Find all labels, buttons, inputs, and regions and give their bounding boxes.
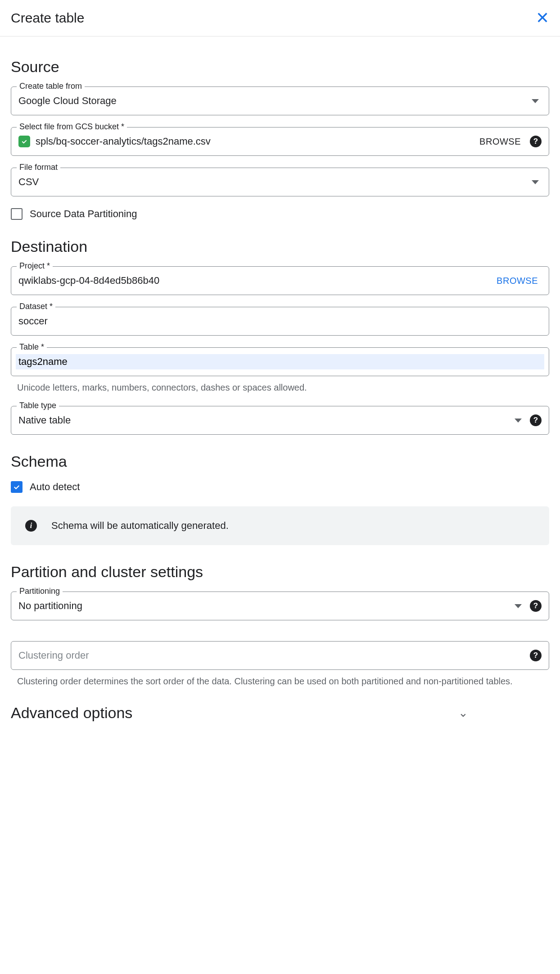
chevron-down-icon: ⌄ <box>458 706 468 720</box>
file-format-select[interactable]: File format CSV <box>11 168 549 196</box>
source-partition-checkbox[interactable] <box>11 208 23 220</box>
dataset-label: Dataset * <box>17 302 55 311</box>
partitioning-select[interactable]: Partitioning No partitioning ? <box>11 592 549 620</box>
info-icon: i <box>25 520 37 532</box>
section-title-source: Source <box>11 58 549 76</box>
schema-info-text: Schema will be automatically generated. <box>51 520 229 532</box>
auto-detect-label: Auto detect <box>30 481 80 493</box>
check-icon <box>18 136 30 147</box>
section-title-advanced: Advanced options <box>11 704 132 722</box>
clustering-order-placeholder: Clustering order <box>18 650 524 661</box>
close-icon[interactable]: ✕ <box>536 10 549 26</box>
clustering-hint: Clustering order determines the sort ord… <box>11 674 549 688</box>
project-field[interactable]: Project * qwiklabs-gcp-04-8d4ed5b86b40 B… <box>11 266 549 295</box>
help-icon[interactable]: ? <box>530 650 542 661</box>
project-label: Project * <box>17 261 53 271</box>
schema-info-banner: i Schema will be automatically generated… <box>11 506 549 545</box>
create-table-from-label: Create table from <box>17 82 85 91</box>
project-value: qwiklabs-gcp-04-8d4ed5b86b40 <box>18 275 488 287</box>
source-partition-label: Source Data Partitioning <box>30 208 137 220</box>
project-browse-button[interactable]: BROWSE <box>493 276 542 286</box>
help-icon[interactable]: ? <box>530 600 542 612</box>
table-label: Table * <box>17 342 47 352</box>
table-type-label: Table type <box>17 401 59 410</box>
section-title-partition: Partition and cluster settings <box>11 563 549 581</box>
table-hint: Unicode letters, marks, numbers, connect… <box>11 381 549 394</box>
dataset-value: soccer <box>18 315 542 327</box>
auto-detect-row: Auto detect <box>11 481 549 493</box>
table-field[interactable]: Table * <box>11 347 549 376</box>
gcs-file-field[interactable]: Select file from GCS bucket * spls/bq-so… <box>11 127 549 156</box>
chevron-down-icon <box>532 180 539 184</box>
table-input[interactable] <box>16 354 544 369</box>
dialog-content: Source Create table from Google Cloud St… <box>0 36 560 751</box>
help-icon[interactable]: ? <box>530 414 542 426</box>
gcs-file-value: spls/bq-soccer-analytics/tags2name.csv <box>36 136 470 147</box>
table-type-select[interactable]: Table type Native table ? <box>11 406 549 435</box>
chevron-down-icon <box>515 604 522 608</box>
create-table-from-select[interactable]: Create table from Google Cloud Storage <box>11 86 549 115</box>
dialog-header: Create table ✕ <box>0 0 560 36</box>
dataset-field[interactable]: Dataset * soccer <box>11 307 549 336</box>
help-icon[interactable]: ? <box>530 136 542 147</box>
dialog-title: Create table <box>11 10 84 26</box>
gcs-browse-button[interactable]: BROWSE <box>476 137 524 147</box>
source-partition-row: Source Data Partitioning <box>11 208 549 220</box>
gcs-file-label: Select file from GCS bucket * <box>17 122 127 132</box>
partitioning-value: No partitioning <box>18 600 509 612</box>
section-title-destination: Destination <box>11 238 549 255</box>
advanced-options-toggle[interactable]: Advanced options ⌄ <box>11 700 549 726</box>
clustering-order-field[interactable]: Clustering order ? <box>11 641 549 670</box>
auto-detect-checkbox[interactable] <box>11 481 23 493</box>
file-format-label: File format <box>17 163 60 172</box>
table-type-value: Native table <box>18 414 509 426</box>
section-title-schema: Schema <box>11 453 549 470</box>
partitioning-label: Partitioning <box>17 587 63 596</box>
create-table-from-value: Google Cloud Storage <box>18 95 526 107</box>
file-format-value: CSV <box>18 176 526 188</box>
chevron-down-icon <box>515 419 522 423</box>
chevron-down-icon <box>532 99 539 103</box>
